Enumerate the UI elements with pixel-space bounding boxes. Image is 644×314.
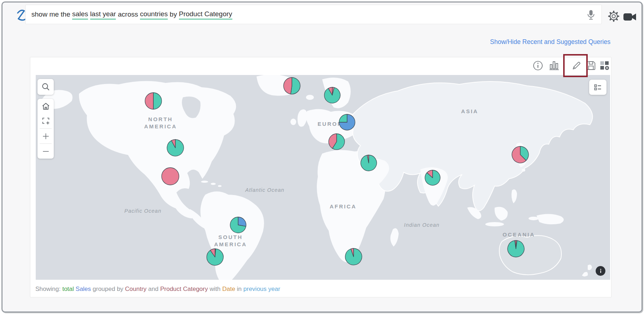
query-input[interactable]: show me the sales last year across count…: [25, 5, 602, 24]
home-icon: [41, 102, 51, 111]
continent-label-oceania: OCEANIA: [503, 231, 535, 238]
query-token-entity[interactable]: countries: [140, 10, 168, 19]
zoom-in-icon: [41, 132, 50, 141]
pie-central-europe[interactable]: [338, 114, 356, 132]
query-token-entity[interactable]: last year: [90, 10, 116, 19]
continent-label-north-america: NORTH AMERICA: [144, 116, 177, 131]
world-map-chart[interactable]: NORTH AMERICAEUROPEASIAAFRICASOUTH AMERI…: [36, 75, 610, 280]
summary-part: and: [146, 286, 160, 292]
summary-part: total: [62, 286, 74, 292]
continent-label-africa: AFRICA: [330, 203, 357, 210]
add-to-dashboard-icon[interactable]: [599, 60, 610, 71]
zoom-out-icon: [41, 147, 50, 156]
pie-scandinavia[interactable]: [324, 87, 341, 105]
ocean-label-atlantic-ocean: Atlantic Ocean: [245, 187, 284, 194]
query-token-entity[interactable]: sales: [72, 10, 88, 19]
summary-part: previous year: [244, 286, 280, 292]
map-zoom-controls: [38, 99, 54, 159]
pie-western-europe[interactable]: [328, 133, 345, 152]
summary-part: grouped by: [91, 286, 125, 292]
pie-japan[interactable]: [511, 146, 529, 165]
legend-icon: [593, 83, 603, 92]
pie-greenland[interactable]: [283, 77, 301, 96]
summary-part: Showing:: [35, 286, 62, 292]
query-token: across: [116, 10, 140, 19]
query-summary: Showing: total Sales grouped by Country …: [35, 286, 280, 293]
query-token-entity[interactable]: Product Category: [179, 10, 232, 19]
zoom-area-icon: [41, 116, 51, 126]
pie-brazil[interactable]: [229, 216, 247, 235]
app-window: show me the sales last year across count…: [1, 1, 643, 313]
pie-india[interactable]: [424, 169, 441, 187]
pie-south-africa[interactable]: [345, 248, 363, 267]
edit-icon[interactable]: [571, 60, 582, 71]
pie-mexico[interactable]: [161, 167, 180, 187]
map-zoom-in-button[interactable]: [38, 129, 54, 143]
map-legend-button[interactable]: [589, 80, 606, 95]
toggle-recent-queries-link[interactable]: Show/Hide Recent and Suggested Queries: [490, 38, 610, 46]
query-text: show me the sales last year across count…: [31, 5, 232, 25]
map-zoom-out-button[interactable]: [38, 144, 54, 159]
ocean-label-pacific-ocean: Pacific Ocean: [124, 208, 161, 215]
continent-label-asia: ASIA: [461, 108, 478, 115]
map-home-button[interactable]: [38, 99, 54, 114]
video-camera-icon[interactable]: [623, 12, 637, 22]
continent-label-south-america: SOUTH AMERICA: [214, 234, 247, 248]
pie-australia[interactable]: [507, 240, 525, 259]
summary-part: with: [208, 286, 222, 292]
map-attribution-info-button[interactable]: [596, 266, 605, 276]
chart-type-icon[interactable]: [549, 60, 560, 71]
summary-part: Country: [125, 286, 147, 292]
map-zoom-area-button[interactable]: [38, 114, 54, 128]
query-token: by: [168, 10, 179, 19]
pie-argentina[interactable]: [206, 248, 224, 267]
pie-canada[interactable]: [144, 92, 162, 111]
search-icon: [41, 82, 51, 92]
microphone-icon[interactable]: [586, 9, 596, 20]
pie-eastern-mediterranean[interactable]: [360, 154, 377, 173]
pie-united-states[interactable]: [166, 139, 184, 158]
query-token: show me the: [31, 10, 72, 19]
map-search-button[interactable]: [38, 79, 54, 95]
summary-part: Date: [222, 286, 235, 292]
result-card: NORTH AMERICAEUROPEASIAAFRICASOUTH AMERI…: [30, 57, 612, 297]
summary-part: in: [235, 286, 244, 292]
ocean-label-indian-ocean: Indian Ocean: [404, 222, 439, 229]
settings-gear-icon[interactable]: [607, 10, 620, 23]
info-icon[interactable]: [533, 60, 543, 71]
summary-part: Product Category: [160, 286, 208, 292]
map-info-icon: [598, 268, 604, 274]
summary-part: Sales: [76, 286, 91, 292]
